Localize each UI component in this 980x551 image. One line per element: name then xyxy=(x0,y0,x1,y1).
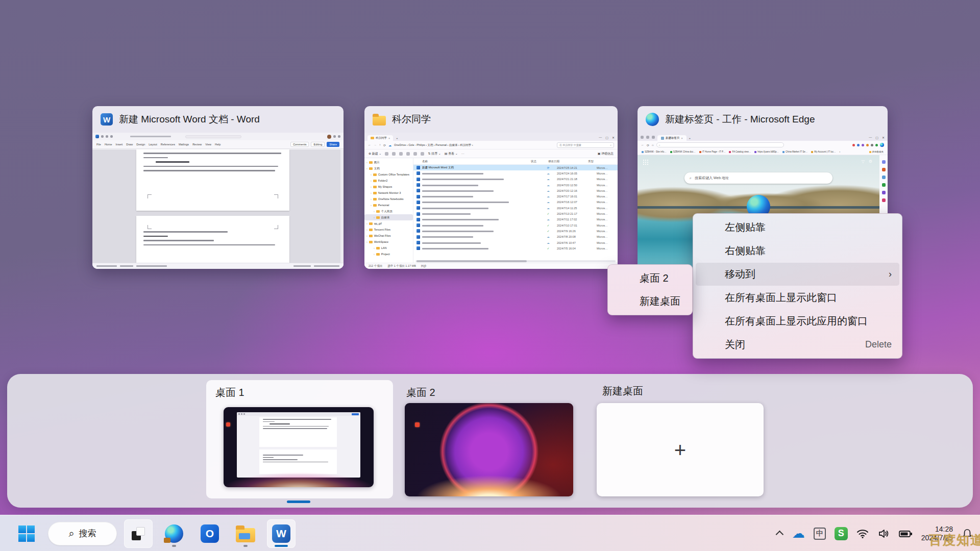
battery-icon[interactable] xyxy=(898,528,913,540)
up-icon[interactable]: ↑ xyxy=(379,143,381,146)
word-ribbon-tab[interactable]: References xyxy=(161,143,175,146)
explorer-file-row[interactable]: 新建 Microsoft Word 文档⟳2024/7/25 14:21Micr… xyxy=(413,165,618,170)
explorer-sidebar-item[interactable]: ›自媒体 xyxy=(364,214,413,220)
explorer-file-list[interactable]: 名称 状态 修改日期 类型 新建 Microsoft Word 文档⟳2024/… xyxy=(413,158,618,263)
explorer-sidebar-item[interactable]: ›OneNote Notebooks xyxy=(364,196,413,202)
tab-close-icon[interactable]: × xyxy=(681,137,683,140)
context-menu-item[interactable]: 移动到› xyxy=(696,263,899,286)
explorer-sidebar-item[interactable]: ›Personal xyxy=(364,202,413,208)
desktop1-label[interactable]: 桌面 1 xyxy=(215,386,244,399)
start-button[interactable] xyxy=(12,519,41,548)
explorer-window-thumbnail[interactable]: 科尔同学 × + —▢✕ ← → ↑ ⟳ ☁ OneDrive › Cole -… xyxy=(364,133,618,269)
volume-icon[interactable] xyxy=(877,528,890,540)
explorer-window-controls[interactable]: —▢✕ xyxy=(599,136,615,141)
new-desktop-tile[interactable]: + xyxy=(597,403,764,496)
explorer-tab[interactable]: 科尔同学 × xyxy=(368,135,393,141)
explorer-file-row[interactable]: ☁2024/7/20 12:50Micros… xyxy=(413,182,618,188)
new-tab-icon[interactable]: + xyxy=(689,137,691,141)
edge-other-favorites-folder[interactable]: 其他收藏夹 xyxy=(869,151,884,153)
explorer-file-row[interactable]: ☁2024/7/21 21:18Micros… xyxy=(413,177,618,182)
explorer-file-row[interactable]: ✓2024/7/9 16:26Micros… xyxy=(413,228,618,234)
taskbar-outlook-button[interactable]: O xyxy=(195,519,224,548)
horizontal-scrollbar[interactable] xyxy=(415,260,616,262)
explorer-file-row[interactable]: ☁2024/7/24 16:05Micros… xyxy=(413,170,618,176)
edge-tab[interactable]: 新建标签页 × xyxy=(657,135,687,141)
edge-favorites-bar[interactable]: SZBANK - Site info…SZBANK China doc…IT H… xyxy=(638,149,888,155)
edge-window-controls[interactable]: —▢✕ xyxy=(869,136,885,141)
word-ribbon-tab[interactable]: Design xyxy=(136,143,145,146)
refresh-icon[interactable]: ⟳ xyxy=(647,143,649,147)
forward-icon[interactable]: → xyxy=(374,143,377,146)
back-icon[interactable]: ← xyxy=(641,143,644,146)
ime-indicator[interactable]: 中 xyxy=(814,528,826,540)
paste-icon[interactable] xyxy=(399,152,403,156)
settings-gear-icon[interactable]: ⚙ xyxy=(869,159,872,164)
edge-toolbar-extensions[interactable] xyxy=(852,143,884,147)
sort-button[interactable]: ⇅ 排序 ⌄ xyxy=(428,152,440,156)
edge-favorite-item[interactable]: https://juanx.fd8Sp… xyxy=(754,151,779,153)
context-menu-item[interactable]: 在所有桌面上显示此应用的窗口 xyxy=(693,309,902,333)
taskbar-word-button[interactable]: W xyxy=(267,519,296,548)
desktop2-thumbnail[interactable] xyxy=(405,403,573,496)
breadcrumb[interactable]: OneDrive › Cole - Philips › 文档 › Persona… xyxy=(394,143,473,147)
word-ribbon-tab[interactable]: Help xyxy=(215,143,220,146)
delete-icon[interactable] xyxy=(421,152,424,156)
explorer-sidebar-item[interactable]: ›WeChat Files xyxy=(364,233,413,239)
rename-icon[interactable] xyxy=(406,152,410,156)
cut-icon[interactable] xyxy=(385,152,388,156)
explorer-sidebar-item[interactable]: ›My Shapes xyxy=(364,184,413,190)
explorer-search-box[interactable]: 在 科尔同学 中搜索⌕ xyxy=(557,142,614,148)
edge-favorite-item[interactable]: IT Home Page - IT P… xyxy=(699,151,726,153)
explorer-file-row[interactable]: ☁2024/7/6 10:47Micros… xyxy=(413,240,618,245)
explorer-sidebar-item[interactable]: ›Project xyxy=(364,251,413,257)
explorer-file-row[interactable]: ✓2024/7/10 17:01Micros… xyxy=(413,222,618,228)
edge-window-titlebar[interactable]: 新建标签页 - 工作 - Microsoft Edge xyxy=(638,106,888,133)
word-comments-button[interactable]: Comments xyxy=(290,142,309,147)
new-tab-icon[interactable]: + xyxy=(396,137,398,141)
tray-expand-chevron-icon[interactable] xyxy=(775,531,783,539)
word-ribbon-tab[interactable]: Draw xyxy=(126,143,133,146)
context-menu-item[interactable]: 左侧贴靠 xyxy=(693,216,902,239)
explorer-file-row[interactable]: ✓2024/7/5 16:04Micros… xyxy=(413,245,618,251)
desktop2-label[interactable]: 桌面 2 xyxy=(406,386,435,399)
desktop1-thumbnail[interactable] xyxy=(224,407,374,487)
edge-favorite-item[interactable]: FA Catalog view… xyxy=(729,151,751,153)
new-button[interactable]: ⊕ 新建 ⌄ xyxy=(369,152,381,156)
explorer-window-titlebar[interactable]: 科尔同学 xyxy=(364,106,618,133)
explorer-file-row[interactable]: ✓2024/7/13 21:17Micros… xyxy=(413,211,618,216)
word-ribbon-tab[interactable]: View xyxy=(205,143,211,146)
explorer-sidebar-item[interactable]: ›Folder2 xyxy=(364,178,413,184)
explorer-file-row[interactable]: ☁2024/7/11 17:02Micros… xyxy=(413,217,618,222)
word-share-button[interactable]: Share xyxy=(327,142,339,147)
explorer-sidebar-item[interactable]: ›Network Monitor 3 xyxy=(364,190,413,196)
word-ribbon-tab[interactable]: Insert xyxy=(116,143,123,146)
explorer-sidebar-item[interactable]: ›个人简历 xyxy=(364,208,413,214)
grid-layout-icon[interactable] xyxy=(643,159,649,165)
explorer-sidebar-item[interactable]: ›图片 xyxy=(364,159,413,165)
taskbar-edge-button[interactable] xyxy=(160,519,188,548)
filter-icon[interactable]: ▽ xyxy=(862,159,865,164)
details-pane-button[interactable]: ▣ 详细信息 xyxy=(598,152,614,156)
word-ribbon-tab[interactable]: File xyxy=(96,143,101,146)
submenu-item[interactable]: 桌面 2 xyxy=(608,267,692,290)
word-scrollbar[interactable] xyxy=(340,149,344,263)
task-view-button[interactable] xyxy=(124,519,153,548)
edge-favorite-item[interactable]: My Account | IT loc… xyxy=(811,151,836,153)
explorer-sidebar-item[interactable]: ›文档 xyxy=(364,165,413,171)
explorer-sidebar[interactable]: ›图片›文档›Custom Office Templates›Folder2›M… xyxy=(364,158,413,263)
word-ribbon-tab[interactable]: Mailings xyxy=(179,143,189,146)
explorer-sidebar-item[interactable]: ›LAN xyxy=(364,245,413,251)
submenu-item[interactable]: 新建桌面 xyxy=(608,290,692,313)
wifi-icon[interactable] xyxy=(856,528,869,540)
share-icon[interactable] xyxy=(413,152,417,156)
more-button[interactable]: ··· xyxy=(461,152,464,155)
word-window-thumbnail[interactable]: FileHomeInsertDrawDesignLayoutReferences… xyxy=(92,133,344,269)
edge-favorite-item[interactable]: SZBANK - Site info… xyxy=(642,151,667,153)
home-icon[interactable]: ⌂ xyxy=(652,143,654,146)
word-editing-button[interactable]: Editing xyxy=(311,142,325,147)
word-ribbon-tab[interactable]: Layout xyxy=(149,143,157,146)
word-ribbon-tab[interactable]: Home xyxy=(105,143,112,146)
edge-favorite-item[interactable]: SZBANK China doc… xyxy=(670,151,696,153)
window-card-explorer[interactable]: 科尔同学 科尔同学 × + —▢✕ ← → ↑ ⟳ ☁ OneDrive xyxy=(364,106,618,269)
explorer-file-row[interactable]: ☁2024/7/20 12:16Micros… xyxy=(413,188,618,193)
